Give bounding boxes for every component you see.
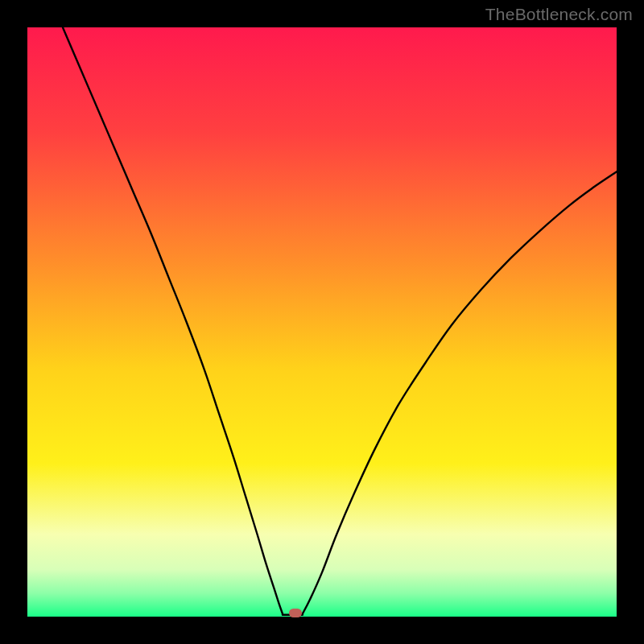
watermark-text: TheBottleneck.com [485, 5, 633, 24]
curve-path [63, 27, 617, 615]
valley-marker [289, 609, 302, 617]
outer-frame: TheBottleneck.com [0, 0, 644, 644]
bottleneck-curve [27, 27, 617, 617]
